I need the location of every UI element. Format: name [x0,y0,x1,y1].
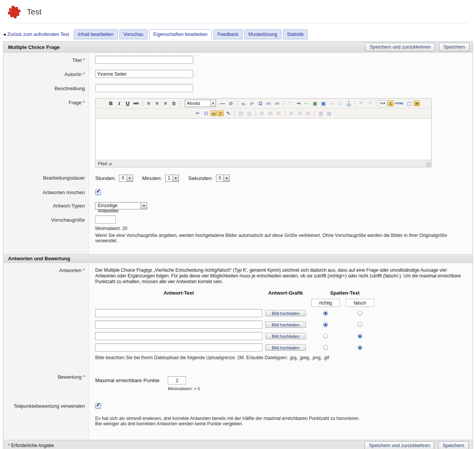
frage-label: Frage * [3,95,89,170]
answer-2-falsch-radio[interactable] [357,322,362,327]
cut-icon[interactable]: ✂ [194,110,201,117]
editor-resize-handle[interactable] [426,162,431,167]
titel-input[interactable] [95,56,193,64]
align-center-icon[interactable]: ≡ [153,100,161,107]
editor-content-area[interactable] [96,118,431,160]
html-source-icon[interactable]: HTML [395,100,405,107]
indent-icon[interactable]: ⇥ [294,100,302,107]
vorschaugroesse-label: Vorschaugröße [3,212,89,254]
anchor-icon[interactable]: ⚓ [345,100,353,107]
subscript-icon[interactable]: x₂ [240,100,247,107]
minuten-label: Minuten: [142,175,162,181]
sekunden-select[interactable]: 0▼ [216,175,230,182]
save-and-return-button-bottom[interactable]: Speichern und zurückkehren [364,441,434,449]
ordered-list-icon[interactable]: ≕ [273,100,281,107]
tab-musterloesung[interactable]: Musterlösung [244,29,281,39]
row-autor: Autor/in * [3,67,473,81]
answer-3-falsch-radio[interactable] [357,334,362,339]
antworten-description: Der Multiple Choice Fragtyp „Vierfache E… [95,267,467,285]
copy-icon[interactable]: ⊡ [202,110,210,117]
check-icon: ✓ [96,401,101,408]
row-vorschaugroesse: Vorschaugröße Minimalwert: 20 Wenn Sie e… [3,212,473,254]
answer-2-richtig-radio[interactable] [323,322,328,327]
section-header-antworten-bewertung: Antworten und Bewertung [3,254,473,263]
adv-image-icon[interactable]: ▣ [320,100,327,107]
paste-latex-icon[interactable]: Σ [388,100,394,106]
superscript-icon[interactable]: x² [248,100,256,107]
answer-1-richtig-radio[interactable] [323,311,328,316]
tab-inhalt-bearbeiten[interactable]: Inhalt bearbeiten [74,29,118,39]
upload-image-button-3[interactable]: Bild hochladen [265,333,306,339]
fullscreen-icon[interactable]: ▢ [405,100,413,107]
answer-text-input-2[interactable] [95,321,262,329]
upload-image-button-1[interactable]: Bild hochladen [265,310,306,316]
align-justify-icon[interactable]: ≣ [170,100,178,107]
editor-status-bar: Pfad: p [96,160,431,167]
col-header-spalten-text: Spalten-Text [311,290,379,296]
header-button-group: Speichern und zurückkehren Speichern [365,43,470,51]
underline-icon[interactable]: U [124,100,132,107]
bewertung-label: Bewertung * [3,370,89,399]
teilpunkte-checkbox[interactable]: ✓ [95,403,101,409]
answer-text-input-4[interactable] [95,344,262,352]
edit-icon[interactable]: ✎ [224,110,232,117]
paste-icon[interactable]: ▭ [211,110,217,116]
answer-text-input-1[interactable] [95,309,262,317]
beschreibung-input[interactable] [95,84,193,92]
required-marker: * [83,100,85,105]
required-marker: * [83,57,85,63]
points-min-value: Minimalwert: > 0 [168,386,200,391]
paragraph-format-select[interactable]: Absatz▼ [185,100,216,107]
antworten-mischen-checkbox[interactable]: ✓ [95,190,101,195]
blockquote-icon: “” [286,100,294,107]
max-points-input[interactable] [168,376,186,384]
tab-vorschau[interactable]: Vorschau [119,29,148,39]
row-titel: Titel * [3,53,473,67]
italic-icon[interactable]: I [115,100,123,107]
vorschaugroesse-input[interactable] [95,216,116,224]
answer-row: Bild hochladen [95,321,467,329]
minuten-select[interactable]: 1▼ [165,175,179,182]
answer-1-falsch-radio[interactable] [357,311,362,316]
strikethrough-icon[interactable]: ABC [132,100,140,107]
autor-input[interactable] [95,70,193,78]
back-to-test-link[interactable]: ◀ Zurück zum aufrufenden Test [3,32,72,39]
row-beschreibung: Beschreibung [3,81,473,95]
upload-image-button-4[interactable]: Bild hochladen [265,344,306,351]
upload-image-button-2[interactable]: Bild hochladen [265,321,306,328]
tab-statistik[interactable]: Statistik [283,29,308,39]
align-right-icon[interactable]: ≡ [162,100,169,107]
delete-row-icon: ⊟ [275,110,283,117]
redo-icon: ↷ [366,100,374,107]
antwort-typen-label: Antwort-Typen [3,198,89,212]
answer-text-input-3[interactable] [95,332,262,340]
check-icon: ✓ [96,188,101,195]
paste-text-icon[interactable]: T [218,110,224,116]
row-antworten: Antworten * Der Multiple Choice Fragtyp … [3,263,473,370]
toolbar-separator [285,110,285,117]
stunden-select[interactable]: 0▼ [119,175,133,182]
insert-col-after-icon: ⊞ [296,110,304,117]
tab-eigenschaften-bearbeiten[interactable]: Eigenschaften bearbeiten [149,29,212,39]
unordered-list-icon[interactable]: ≔ [265,100,273,107]
answer-3-richtig-radio[interactable] [323,334,328,339]
answer-4-falsch-radio[interactable] [357,345,362,350]
remove-format-icon[interactable]: ⊘ [227,100,235,107]
charmap-icon[interactable]: Ω [257,100,264,107]
horizontal-rule-icon[interactable]: — [219,100,226,107]
answer-4-richtig-radio[interactable] [323,345,328,350]
editor-toolbar-row2: ✂⊡▭T✎▤▥⊞⊞⊟⊞⊞⊟▦▩ [96,109,431,118]
insert-table-icon: ▦ [317,110,325,117]
antwort-typen-select[interactable]: Einzeilige Antworten▼ [95,202,147,209]
align-left-icon[interactable]: ≡ [145,100,153,107]
paste-word-icon[interactable]: W [414,100,420,106]
form-footer: * Erforderliche Angabe Speichern und zur… [3,440,473,449]
save-and-return-button-top[interactable]: Speichern und zurückkehren [365,43,435,51]
toolbar-separator [180,100,180,107]
save-button-top[interactable]: Speichern [439,43,470,51]
bold-icon[interactable]: B [107,100,115,107]
tex-icon[interactable]: TeX [379,100,387,107]
tab-feedback[interactable]: Feedback [213,29,243,39]
save-button-bottom[interactable]: Speichern [438,441,469,449]
image-icon[interactable]: ▣ [311,100,319,107]
